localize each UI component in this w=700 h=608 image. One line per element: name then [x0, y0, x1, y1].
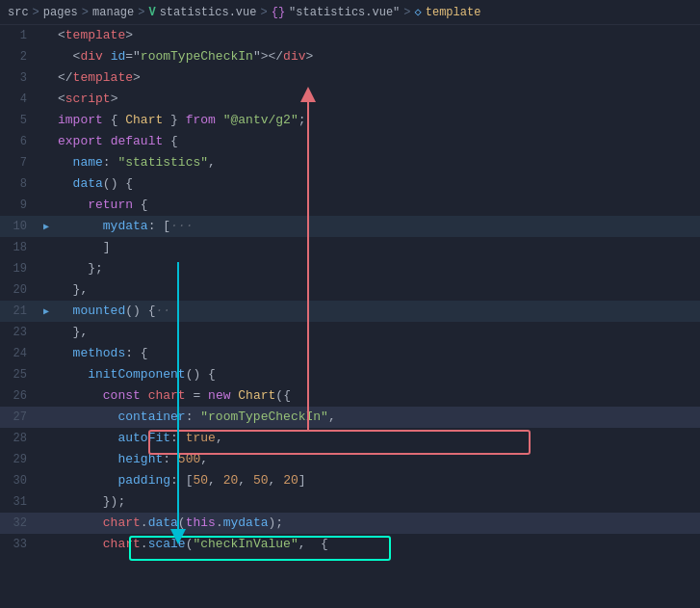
code-line-1: 1 <template> [0, 25, 700, 46]
code-line-2: 2 <div id="roomTypeCheckIn"></div> [0, 46, 700, 67]
code-line-23: 23 }, [0, 322, 700, 343]
breadcrumb-file: statistics.vue [160, 6, 257, 19]
braces-icon: {} [272, 6, 285, 19]
code-line-27: 27 container: "roomTypeCheckIn", [0, 407, 700, 428]
code-line-21: 21 ▶ mounted() {·· [0, 301, 700, 322]
code-line-31: 31 }); [0, 491, 700, 513]
breadcrumb-quoted: "statistics.vue" [289, 6, 400, 19]
code-line-26: 26 const chart = new Chart({ [0, 385, 700, 407]
breadcrumb-bar: src > pages > manage > V statistics.vue … [0, 0, 700, 25]
code-line-20: 20 }, [0, 279, 700, 301]
code-line-30: 30 padding: [50, 20, 50, 20] [0, 470, 700, 491]
breadcrumb-template: template [426, 6, 481, 19]
code-line-29: 29 height: 500, [0, 449, 700, 470]
code-line-33: 33 chart.scale("checkInValue", { [0, 534, 700, 555]
code-line-32: 32 chart.data(this.mydata); [0, 513, 700, 534]
code-line-3: 3 </template> [0, 67, 700, 89]
component-icon: ◇ [415, 5, 422, 19]
code-editor: 1 <template> 2 <div id="roomTypeCheckIn"… [0, 25, 700, 608]
code-line-6: 6 export default { [0, 131, 700, 152]
code-line-28: 28 autoFit: true, [0, 428, 700, 449]
code-line-10: 10 ▶ mydata: [··· [0, 216, 700, 237]
code-line-24: 24 methods: { [0, 343, 700, 364]
code-line-25: 25 initComponent() { [0, 364, 700, 385]
editor-area: 1 <template> 2 <div id="roomTypeCheckIn"… [0, 25, 700, 608]
code-line-9: 9 return { [0, 195, 700, 216]
breadcrumb-manage: manage [92, 6, 134, 19]
code-line-7: 7 name: "statistics", [0, 152, 700, 173]
code-line-8: 8 data() { [0, 173, 700, 195]
code-line-18: 18 ] [0, 237, 700, 258]
breadcrumb-src: src [8, 6, 29, 19]
code-line-19: 19 }; [0, 258, 700, 279]
code-line-4: 4 <script> [0, 89, 700, 110]
breadcrumb-pages: pages [43, 6, 78, 19]
code-line-5: 5 import { Chart } from "@antv/g2"; [0, 110, 700, 131]
vue-icon: V [148, 6, 155, 19]
